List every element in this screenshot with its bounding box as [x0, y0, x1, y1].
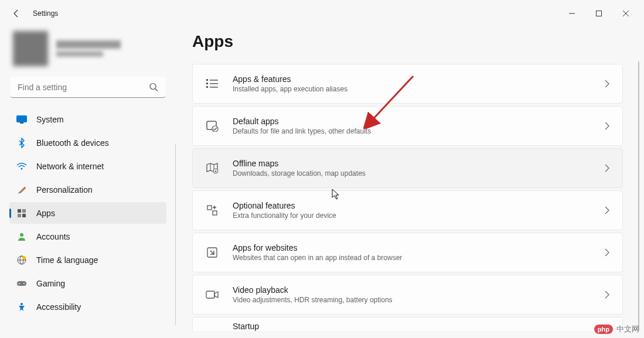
svg-line-5 — [155, 89, 158, 91]
sidebar-item-label: Gaming — [36, 279, 65, 288]
card-desc: Video adjustments, HDR streaming, batter… — [233, 296, 591, 304]
person-icon — [16, 231, 27, 242]
svg-point-17 — [22, 256, 26, 260]
card-desc: Extra functionality for your device — [233, 211, 591, 220]
maximize-icon — [596, 11, 602, 16]
svg-rect-34 — [213, 211, 217, 215]
search-input[interactable] — [11, 77, 165, 98]
chevron-right-icon — [605, 122, 609, 130]
scrollbar[interactable] — [638, 62, 639, 331]
card-desc: Defaults for file and link types, other … — [233, 127, 591, 135]
map-icon — [206, 162, 219, 175]
content-area: Apps Apps & features Installed apps, app… — [176, 26, 644, 338]
avatar — [13, 31, 48, 66]
watermark-badge: php — [594, 325, 613, 334]
sidebar: System Bluetooth & devices Network & int… — [0, 26, 176, 338]
sidebar-item-time[interactable]: Time & language — [9, 249, 166, 271]
card-desc: Installed apps, app execution aliases — [233, 85, 591, 93]
svg-rect-25 — [210, 83, 218, 84]
sidebar-item-label: Network & internet — [36, 162, 104, 171]
svg-rect-9 — [18, 209, 21, 213]
card-title: Offline maps — [233, 159, 591, 168]
nav-list: System Bluetooth & devices Network & int… — [7, 108, 169, 317]
video-icon — [206, 288, 219, 301]
sidebar-item-label: Time & language — [36, 255, 98, 265]
display-icon — [16, 114, 27, 125]
svg-rect-12 — [22, 214, 26, 217]
svg-point-21 — [21, 303, 23, 305]
sidebar-item-network[interactable]: Network & internet — [9, 155, 166, 177]
titlebar: Settings — [0, 0, 644, 26]
svg-rect-22 — [206, 79, 208, 81]
search-icon — [149, 83, 158, 92]
card-title: Apps for websites — [233, 243, 591, 252]
svg-rect-38 — [206, 291, 214, 298]
svg-rect-23 — [210, 80, 218, 81]
svg-point-4 — [150, 84, 156, 90]
bluetooth-icon — [16, 138, 27, 148]
svg-rect-24 — [206, 83, 208, 84]
sidebar-item-personalization[interactable]: Personalization — [9, 179, 166, 200]
chevron-right-icon — [605, 206, 609, 214]
card-default-apps[interactable]: Default apps Defaults for file and link … — [192, 106, 623, 146]
window-controls — [558, 4, 639, 23]
card-offline-maps[interactable]: Offline maps Downloads, storage location… — [192, 148, 623, 188]
card-title: Apps & features — [233, 74, 591, 84]
sidebar-item-accessibility[interactable]: Accessibility — [9, 296, 166, 317]
website-icon — [206, 246, 219, 259]
chevron-right-icon — [605, 248, 609, 257]
card-desc: Downloads, storage location, map updates — [233, 169, 591, 177]
globe-icon — [16, 255, 27, 265]
card-video-playback[interactable]: Video playback Video adjustments, HDR st… — [192, 275, 623, 315]
card-title: Video playback — [233, 285, 591, 295]
card-startup[interactable]: Startup — [192, 317, 623, 331]
svg-point-8 — [21, 168, 23, 169]
list-icon — [206, 77, 219, 90]
sidebar-item-apps[interactable]: Apps — [9, 202, 166, 224]
page-title: Apps — [192, 32, 628, 51]
sidebar-item-bluetooth[interactable]: Bluetooth & devices — [9, 132, 166, 153]
user-email — [56, 51, 103, 57]
accessibility-icon — [16, 302, 27, 312]
sidebar-item-label: Apps — [36, 209, 55, 218]
user-section[interactable] — [7, 26, 169, 77]
user-info — [56, 40, 121, 57]
back-button[interactable] — [5, 2, 28, 25]
grid-icon — [16, 208, 27, 218]
svg-rect-26 — [206, 86, 208, 88]
svg-rect-6 — [17, 115, 27, 122]
watermark-text: 中文网 — [616, 324, 639, 334]
sidebar-item-accounts[interactable]: Accounts — [9, 226, 166, 247]
default-icon — [206, 120, 219, 132]
card-title: Default apps — [233, 117, 591, 126]
sidebar-item-gaming[interactable]: Gaming — [9, 272, 166, 294]
sidebar-item-label: System — [36, 115, 64, 124]
chevron-right-icon — [605, 80, 609, 88]
svg-rect-27 — [210, 87, 218, 88]
sidebar-item-label: Accessibility — [36, 302, 81, 312]
wifi-icon — [16, 161, 27, 172]
user-name — [56, 40, 121, 49]
brush-icon — [16, 185, 27, 195]
startup-icon — [206, 318, 219, 331]
card-title: Startup — [233, 322, 609, 331]
sidebar-item-label: Personalization — [36, 185, 93, 194]
card-apps-websites[interactable]: Apps for websites Websites that can open… — [192, 233, 623, 272]
svg-rect-10 — [22, 209, 26, 213]
card-apps-features[interactable]: Apps & features Installed apps, app exec… — [192, 64, 623, 104]
maximize-button[interactable] — [585, 4, 612, 23]
optional-icon — [206, 204, 219, 217]
card-title: Optional features — [233, 201, 591, 210]
minimize-button[interactable] — [558, 4, 585, 23]
card-optional-features[interactable]: Optional features Extra functionality fo… — [192, 190, 623, 230]
close-icon — [623, 11, 629, 16]
back-arrow-icon — [12, 9, 21, 18]
svg-rect-11 — [18, 214, 21, 217]
card-desc: Websites that can open in an app instead… — [233, 254, 591, 262]
sidebar-item-label: Bluetooth & devices — [36, 138, 109, 148]
svg-point-19 — [19, 283, 20, 284]
sidebar-item-system[interactable]: System — [9, 108, 166, 130]
chevron-right-icon — [605, 164, 609, 172]
svg-rect-18 — [17, 281, 26, 286]
close-button[interactable] — [612, 4, 639, 23]
